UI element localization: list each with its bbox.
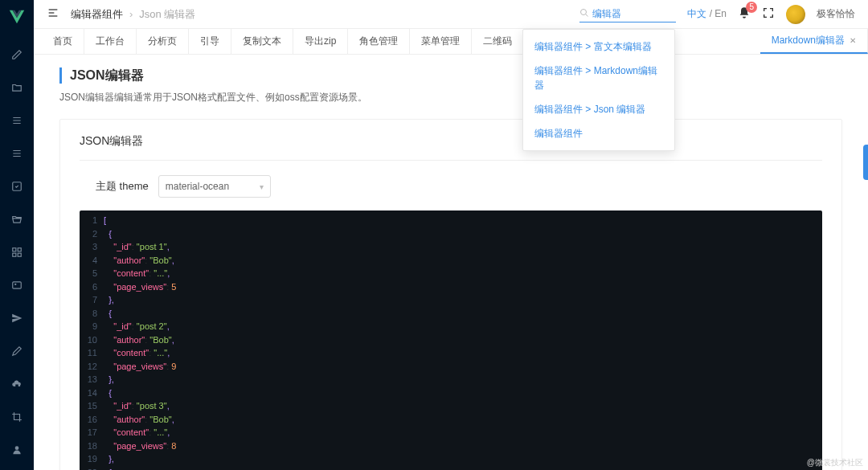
sidebar-item-edit[interactable] [0,43,34,67]
line-number: 7 [80,293,104,307]
tab-4[interactable]: 复制文本 [231,29,293,54]
line-number: 14 [80,386,104,400]
theme-label: 主题 theme [96,179,149,194]
breadcrumb-parent[interactable]: 编辑器组件 [71,7,123,22]
card-title: JSON编辑器 [80,134,822,149]
code-line[interactable]: 14 { [80,386,822,400]
code-line[interactable]: 12 "page_views": 9 [80,360,822,374]
svg-rect-1 [13,248,16,251]
code-line[interactable]: 18 "page_views": 8 [80,439,822,453]
sidebar-item-grid[interactable] [0,240,34,265]
sidebar-item-upload[interactable] [0,371,34,396]
tab-6[interactable]: 角色管理 [348,29,410,54]
vue-logo-icon[interactable] [8,8,26,28]
theme-select-value: material-ocean [166,181,229,192]
sidebar-item-open-folder[interactable] [0,207,34,232]
code-line[interactable]: 2 { [80,227,822,241]
code-line[interactable]: 13 }, [80,373,822,386]
code-line[interactable]: 9 "_id": "post 2", [80,320,822,333]
code-line[interactable]: 6 "page_views": 5 [80,280,822,294]
sidebar-item-user[interactable] [0,437,34,462]
page-description: JSON编辑器编辑通常用于JSON格式配置文件、例如oss配置资源场景。 [59,90,842,104]
tab-7[interactable]: 菜单管理 [410,29,472,54]
code-line[interactable]: 19 }, [80,452,822,466]
svg-point-7 [15,446,19,450]
sidebar-item-list[interactable] [0,108,34,133]
page-title: JSON编辑器 [59,67,842,84]
breadcrumb-current: Json 编辑器 [139,7,195,22]
code-line[interactable]: 8 { [80,307,822,321]
code-line[interactable]: 15 "_id": "post 3", [80,399,822,413]
tabs-bar: 首页工作台分析页引导复制文本导出zip角色管理菜单管理二维码编辑器Markdow… [34,29,868,55]
content-area: JSON编辑器 JSON编辑器编辑通常用于JSON格式配置文件、例如oss配置资… [34,55,868,470]
close-icon[interactable]: ✕ [850,36,856,45]
line-number: 15 [80,399,104,413]
code-line[interactable]: 4 "author": "Bob", [80,254,822,268]
svg-rect-4 [18,253,21,256]
notifications-button[interactable]: 5 [738,6,751,22]
sidebar-item-folder[interactable] [0,76,34,100]
code-line[interactable]: 10 "author": "Bob", [80,333,822,347]
tab-3[interactable]: 引导 [189,29,231,54]
code-line[interactable]: 1[ [80,214,822,227]
tab-1[interactable]: 工作台 [84,29,137,54]
tab-5[interactable]: 导出zip [293,29,348,54]
language-switch[interactable]: 中文 / En [687,7,727,21]
json-editor[interactable]: 1[2 {3 "_id": "post 1",4 "author": "Bob"… [80,210,822,470]
main: 编辑器组件 › Json 编辑器 中文 / En 5 极客恰恰 [34,0,868,470]
line-number: 2 [80,227,104,241]
code-line[interactable]: 17 "content": "...", [80,426,822,439]
line-number: 4 [80,254,104,268]
code-line[interactable]: 20 { [80,466,822,471]
code-line[interactable]: 7 }, [80,293,822,307]
tab-2[interactable]: 分析页 [137,29,189,54]
sidebar [0,0,34,470]
avatar[interactable] [786,5,805,24]
line-number: 19 [80,452,104,466]
line-number: 16 [80,413,104,427]
search-result-0[interactable]: 编辑器组件 > 富文本编辑器 [523,35,674,59]
search-result-2[interactable]: 编辑器组件 > Json 编辑器 [523,97,674,121]
tab-0[interactable]: 首页 [42,29,84,54]
search-result-3[interactable]: 编辑器组件 [523,121,674,145]
sidebar-item-list2[interactable] [0,141,34,166]
divider [80,160,822,161]
chevron-right-icon: › [129,8,133,20]
sidebar-item-compose[interactable] [0,174,34,199]
sidebar-item-crop[interactable] [0,404,34,429]
svg-rect-3 [13,253,16,256]
code-line[interactable]: 5 "content": "...", [80,267,822,280]
fullscreen-icon[interactable] [762,6,775,22]
theme-select[interactable]: material-ocean ▾ [158,175,271,198]
code-line[interactable]: 11 "content": "...", [80,346,822,360]
tab-8[interactable]: 二维码 [472,29,524,54]
editor-card: JSON编辑器 主题 theme material-ocean ▾ 1[2 {3… [59,119,842,470]
search-dropdown: 编辑器组件 > 富文本编辑器编辑器组件 > Markdown编辑器编辑器组件 >… [522,29,675,151]
menu-toggle-icon[interactable] [47,6,59,22]
code-line[interactable]: 3 "_id": "post 1", [80,240,822,254]
line-number: 9 [80,320,104,333]
svg-point-8 [581,9,587,14]
sidebar-item-send[interactable] [0,305,34,330]
line-number: 6 [80,280,104,294]
theme-row: 主题 theme material-ocean ▾ [80,175,822,198]
line-number: 1 [80,214,104,227]
line-number: 5 [80,267,104,280]
svg-rect-5 [13,282,22,288]
line-number: 10 [80,333,104,347]
username[interactable]: 极客恰恰 [817,7,855,21]
breadcrumb: 编辑器组件 › Json 编辑器 [71,7,195,22]
sidebar-item-image[interactable] [0,272,34,297]
line-number: 17 [80,426,104,439]
tab-10[interactable]: Markdown编辑器✕ [760,29,868,54]
feedback-tab[interactable] [863,145,868,180]
search-result-1[interactable]: 编辑器组件 > Markdown编辑器 [523,59,674,97]
search-input-wrap[interactable] [579,6,676,22]
code-line[interactable]: 16 "author": "Bob", [80,413,822,427]
watermark: @微裳技术社区 [807,457,863,468]
chevron-down-icon: ▾ [260,182,264,191]
sidebar-item-pen[interactable] [0,338,34,363]
topbar: 编辑器组件 › Json 编辑器 中文 / En 5 极客恰恰 [34,0,868,29]
line-number: 11 [80,346,104,360]
line-number: 8 [80,307,104,321]
